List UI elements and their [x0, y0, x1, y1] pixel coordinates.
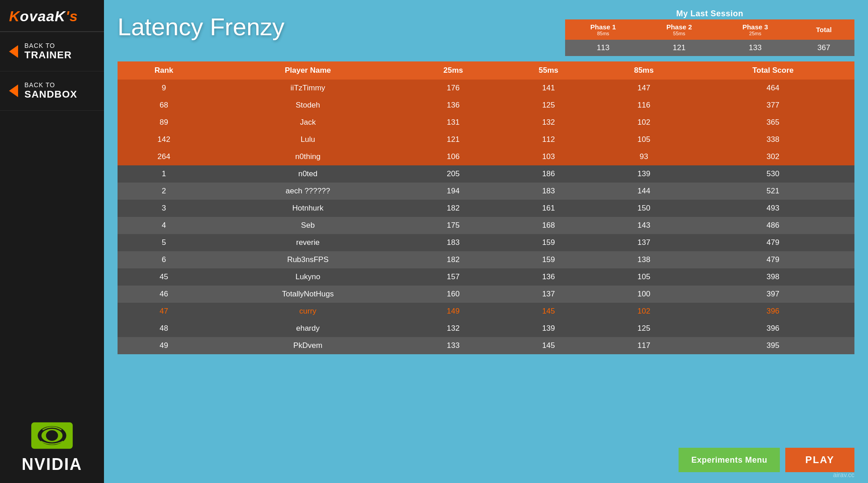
table-row: 264 n0thing 106 103 93 302: [118, 148, 854, 165]
cell-rank: 46: [118, 286, 210, 303]
watermark: airav.cc: [833, 471, 854, 478]
cell-total: 377: [692, 97, 854, 114]
cell-c1: 205: [406, 165, 501, 183]
cell-total: 479: [692, 251, 854, 268]
cell-c2: 183: [501, 183, 596, 200]
back-to-sandbox-button[interactable]: BACK TO SANDBOX: [0, 71, 104, 111]
trainer-arrow-icon: [9, 45, 18, 58]
cell-c1: 136: [406, 97, 501, 114]
nvidia-label: NVIDIA: [22, 455, 82, 474]
back-to-trainer-bot: TRAINER: [24, 49, 72, 61]
session-table: Phase 1 85ms Phase 2 55ms Phase 3 25ms: [565, 19, 854, 56]
cell-c3: 139: [596, 165, 692, 183]
cell-total: 365: [692, 114, 854, 131]
cell-c1: 176: [406, 80, 501, 97]
cell-name: TotallyNotHugs: [210, 286, 406, 303]
session-label: My Last Session: [565, 9, 854, 19]
table-row: 48 ehardy 132 139 125 396: [118, 320, 854, 337]
col-85ms: 85ms: [596, 61, 692, 80]
cell-total: 479: [692, 234, 854, 251]
cell-name: PkDvem: [210, 337, 406, 354]
cell-total: 464: [692, 80, 854, 97]
col-player: Player Name: [210, 61, 406, 80]
cell-name: Jack: [210, 114, 406, 131]
back-to-sandbox-top: BACK TO: [24, 81, 77, 89]
cell-c1: 149: [406, 303, 501, 320]
cell-c2: 141: [501, 80, 596, 97]
col-25ms: 25ms: [406, 61, 501, 80]
cell-c3: 100: [596, 286, 692, 303]
back-to-trainer-button[interactable]: BACK TO TRAINER: [0, 32, 104, 71]
table-row: 46 TotallyNotHugs 160 137 100 397: [118, 286, 854, 303]
back-to-trainer-top: BACK TO: [24, 42, 72, 49]
session-val-3: 367: [793, 40, 854, 56]
svg-point-3: [46, 430, 58, 441]
cell-rank: 2: [118, 183, 210, 200]
sidebar: KovaaK's BACK TO TRAINER BACK TO SANDBOX: [0, 0, 104, 483]
cell-c3: 116: [596, 97, 692, 114]
cell-total: 530: [692, 165, 854, 183]
cell-name: reverie: [210, 234, 406, 251]
cell-c1: 133: [406, 337, 501, 354]
cell-total: 396: [692, 320, 854, 337]
cell-c3: 93: [596, 148, 692, 165]
main-content: Latency Frenzy My Last Session Phase 1 8…: [104, 0, 868, 483]
cell-c3: 144: [596, 183, 692, 200]
cell-c2: 132: [501, 114, 596, 131]
cell-c3: 105: [596, 131, 692, 148]
cell-name: Lukyno: [210, 268, 406, 286]
cell-name: Seb: [210, 217, 406, 234]
logo-area: KovaaK's: [0, 0, 104, 32]
session-panel: My Last Session Phase 1 85ms Phase 2 55m…: [565, 9, 854, 56]
cell-rank: 45: [118, 268, 210, 286]
cell-c2: 159: [501, 251, 596, 268]
cell-rank: 48: [118, 320, 210, 337]
table-row: 6 Rub3nsFPS 182 159 138 479: [118, 251, 854, 268]
cell-c2: 136: [501, 268, 596, 286]
table-row: 142 Lulu 121 112 105 338: [118, 131, 854, 148]
cell-c3: 143: [596, 217, 692, 234]
cell-c3: 102: [596, 114, 692, 131]
table-row: 9 iiTzTimmy 176 141 147 464: [118, 80, 854, 97]
bottom-bar: Experiments Menu PLAY: [679, 448, 854, 472]
cell-total: 398: [692, 268, 854, 286]
cell-rank: 3: [118, 200, 210, 217]
cell-total: 396: [692, 303, 854, 320]
cell-total: 395: [692, 337, 854, 354]
cell-c3: 117: [596, 337, 692, 354]
cell-name: n0thing: [210, 148, 406, 165]
cell-name: Lulu: [210, 131, 406, 148]
cell-c1: 121: [406, 131, 501, 148]
cell-c1: 157: [406, 268, 501, 286]
back-to-sandbox-bot: SANDBOX: [24, 89, 77, 100]
nvidia-logo-icon: [29, 420, 75, 451]
play-button[interactable]: PLAY: [785, 448, 854, 472]
table-row: 68 Stodeh 136 125 116 377: [118, 97, 854, 114]
session-val-2: 133: [717, 40, 793, 56]
cell-total: 486: [692, 217, 854, 234]
kovaaks-logo: KovaaK's: [9, 8, 78, 25]
session-col-phase3: Phase 3 25ms: [717, 19, 793, 40]
header: Latency Frenzy My Last Session Phase 1 8…: [118, 9, 854, 56]
cell-c2: 137: [501, 286, 596, 303]
session-col-phase1: Phase 1 85ms: [565, 19, 641, 40]
cell-name: aech ??????: [210, 183, 406, 200]
table-row: 45 Lukyno 157 136 105 398: [118, 268, 854, 286]
cell-rank: 264: [118, 148, 210, 165]
cell-c3: 137: [596, 234, 692, 251]
table-row: 5 reverie 183 159 137 479: [118, 234, 854, 251]
cell-total: 397: [692, 286, 854, 303]
col-55ms: 55ms: [501, 61, 596, 80]
table-row: 2 aech ?????? 194 183 144 521: [118, 183, 854, 200]
cell-c2: 145: [501, 337, 596, 354]
cell-c1: 175: [406, 217, 501, 234]
cell-c1: 132: [406, 320, 501, 337]
cell-c2: 112: [501, 131, 596, 148]
experiments-menu-button[interactable]: Experiments Menu: [679, 448, 780, 472]
cell-name: n0ted: [210, 165, 406, 183]
cell-c2: 159: [501, 234, 596, 251]
cell-c3: 138: [596, 251, 692, 268]
cell-c2: 125: [501, 97, 596, 114]
cell-c1: 182: [406, 200, 501, 217]
cell-total: 338: [692, 131, 854, 148]
